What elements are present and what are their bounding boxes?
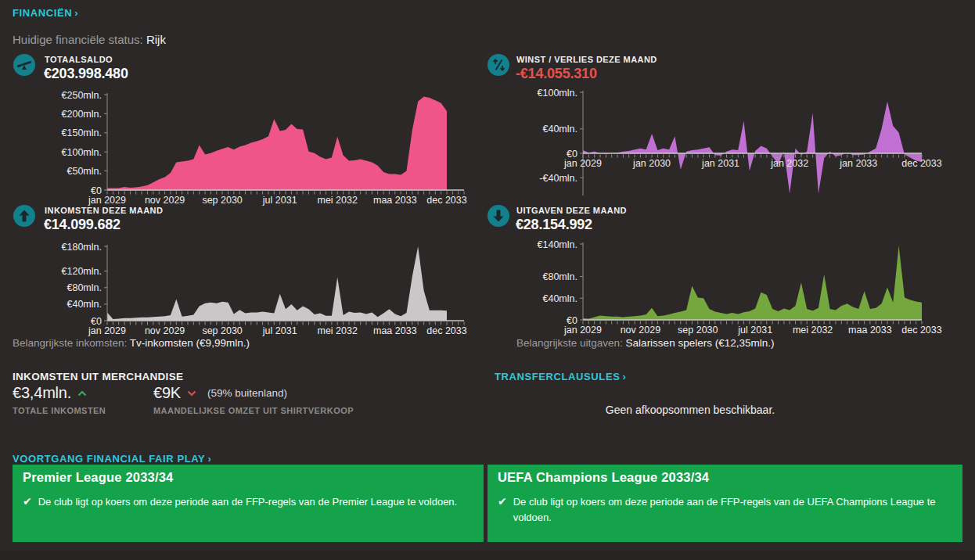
chevron-right-icon: › [622, 371, 626, 382]
ffp-link-label: VOORTGANG FINANCIAL FAIR PLAY [13, 453, 205, 465]
financial-status-value: Rijk [146, 33, 166, 46]
profit-card-title: WINST / VERLIES DEZE MAAND [516, 55, 657, 64]
transferclausules-link-label: TRANSFERCLAUSULES [495, 371, 620, 382]
svg-text:jul 2031: jul 2031 [262, 195, 297, 206]
income-footnote-value: Tv-inkomsten (€9,99mln.) [130, 337, 250, 349]
income-up-arrow-icon [13, 205, 35, 227]
financien-link-label: FINANCIËN [13, 7, 72, 19]
income-card-value: €14.099.682 [44, 217, 121, 233]
income-footnote: Belangrijkste inkomsten: Tv-inkomsten (€… [13, 337, 250, 349]
svg-text:nov 2029: nov 2029 [145, 325, 185, 336]
profit-card-value: -€14.055.310 [516, 66, 597, 82]
svg-text:€180mln.: €180mln. [62, 242, 102, 253]
finances-screen: FINANCIËN› Huidige financiële status: Ri… [0, 0, 975, 560]
svg-text:-€40mln.: -€40mln. [539, 173, 577, 184]
ffp-link[interactable]: VOORTGANG FINANCIAL FAIR PLAY› [13, 453, 211, 465]
expense-chart: €0€40mln.€80mln.€140mln.jan 2029nov 2029… [495, 237, 964, 343]
expense-footnote-value: Salarissen spelers (€12,35mln.) [626, 337, 775, 349]
svg-text:€100mln.: €100mln. [538, 88, 577, 99]
ffp-panel-body: ✔ De club ligt op koers om deze periode … [498, 494, 952, 525]
merchandise-total-label: TOTALE INKOMSTEN [13, 406, 106, 415]
ffp-panel-body: ✔ De club ligt op koers om deze periode … [23, 494, 473, 510]
svg-text:nov 2029: nov 2029 [145, 195, 185, 206]
balance-scale-icon [13, 54, 35, 76]
chevron-right-icon: › [207, 453, 211, 465]
svg-text:dec 2033: dec 2033 [901, 325, 941, 336]
svg-text:nov 2029: nov 2029 [621, 325, 660, 336]
svg-text:jul 2031: jul 2031 [737, 325, 772, 336]
transferclausules-link[interactable]: TRANSFERCLAUSULES› [495, 371, 626, 382]
profit-loss-percent-icon [488, 54, 509, 76]
svg-text:€250mln.: €250mln. [62, 90, 102, 101]
merchandise-shirt-label: MAANDELIJKSE OMZET UIT SHIRTVERKOOP [153, 406, 354, 415]
svg-text:€150mln.: €150mln. [62, 127, 102, 138]
expense-footnote: Belangrijkste uitgaven: Salarissen spele… [516, 337, 774, 349]
svg-text:maa 2033: maa 2033 [373, 325, 417, 336]
bottom-strip [0, 551, 975, 560]
svg-text:€140mln.: €140mln. [538, 239, 577, 250]
expense-footnote-label: Belangrijkste uitgaven: [516, 337, 623, 349]
svg-text:sep 2030: sep 2030 [202, 325, 242, 336]
expense-down-arrow-icon [488, 205, 509, 227]
svg-text:€200mln.: €200mln. [62, 109, 102, 120]
expense-card-title: UITGAVEN DEZE MAAND [516, 206, 627, 215]
income-card-title: INKOMSTEN DEZE MAAND [45, 206, 163, 215]
svg-text:dec 2033: dec 2033 [426, 195, 466, 206]
svg-text:€80mln.: €80mln. [543, 271, 577, 282]
svg-text:maa 2033: maa 2033 [373, 195, 417, 206]
ffp-panel-text: De club ligt op koers om deze periode aa… [38, 494, 457, 510]
income-chart: €0€40mln.€80mln.€120mln.€180mln.jan 2029… [13, 239, 474, 343]
balance-card-title: TOTAALSALDO [45, 55, 113, 64]
financien-link[interactable]: FINANCIËN› [13, 7, 78, 19]
svg-text:€120mln.: €120mln. [62, 266, 102, 277]
financial-status-label: Huidige financiële status: [13, 33, 143, 46]
svg-text:jan 2030: jan 2030 [632, 158, 671, 169]
svg-text:€80mln.: €80mln. [67, 282, 102, 293]
svg-text:dec 2033: dec 2033 [901, 158, 941, 169]
svg-text:€50mln.: €50mln. [67, 166, 102, 177]
ffp-panel-title: UEFA Champions League 2033/34 [498, 470, 952, 485]
income-footnote-label: Belangrijkste inkomsten: [13, 337, 127, 349]
svg-text:sep 2030: sep 2030 [202, 195, 242, 206]
svg-text:mei 2032: mei 2032 [317, 325, 357, 336]
merchandise-title: INKOMSTEN UIT MERCHANDISE [13, 371, 183, 382]
svg-text:jan 2031: jan 2031 [701, 158, 739, 169]
check-icon: ✔ [498, 494, 507, 508]
balance-card-value: €203.998.480 [44, 66, 128, 82]
svg-text:maa 2033: maa 2033 [848, 325, 892, 336]
check-icon: ✔ [23, 494, 32, 508]
balance-chart: €0€50mln.€100mln.€150mln.€200mln.€250mln… [13, 88, 474, 210]
svg-text:jan 2033: jan 2033 [839, 158, 877, 169]
transferclausules-empty-message: Geen afkoopsommen beschikbaar. [495, 404, 886, 416]
merchandise-total-row: €3,4mln. [13, 384, 87, 402]
ffp-panel-champions-league: UEFA Champions League 2033/34 ✔ De club … [488, 465, 962, 542]
expense-card-value: €28.154.992 [516, 217, 592, 233]
svg-text:€100mln.: €100mln. [62, 147, 102, 158]
ffp-panel-premier-league: Premier League 2033/34 ✔ De club ligt op… [13, 465, 484, 542]
svg-text:jan 2029: jan 2029 [88, 195, 126, 206]
svg-text:€40mln.: €40mln. [543, 293, 577, 304]
trend-up-icon [77, 390, 87, 397]
svg-text:jan 2029: jan 2029 [563, 325, 602, 336]
svg-text:dec 2033: dec 2033 [426, 325, 466, 336]
profit-chart: -€40mln.€0€40mln.€100mln.jan 2029jan 203… [495, 83, 964, 203]
ffp-panel-text: De club ligt op koers om deze periode aa… [513, 494, 952, 525]
svg-text:jul 2031: jul 2031 [262, 325, 297, 336]
trend-down-icon [187, 390, 196, 397]
svg-text:jan 2032: jan 2032 [770, 158, 808, 169]
svg-text:sep 2030: sep 2030 [678, 325, 718, 336]
merchandise-shirt-value: €9K [153, 384, 181, 402]
merchandise-total-value: €3,4mln. [13, 384, 71, 402]
svg-text:jan 2029: jan 2029 [88, 325, 126, 336]
ffp-panel-title: Premier League 2033/34 [23, 470, 473, 485]
svg-text:mei 2032: mei 2032 [793, 325, 833, 336]
chevron-right-icon: › [74, 7, 78, 19]
svg-text:€40mln.: €40mln. [67, 299, 102, 310]
svg-text:€40mln.: €40mln. [543, 124, 577, 135]
merchandise-shirt-note: (59% buitenland) [207, 387, 287, 399]
svg-text:mei 2032: mei 2032 [317, 195, 357, 206]
svg-text:jan 2029: jan 2029 [563, 158, 602, 169]
merchandise-shirt-row: €9K (59% buitenland) [153, 384, 287, 402]
financial-status-line: Huidige financiële status: Rijk [13, 33, 166, 46]
